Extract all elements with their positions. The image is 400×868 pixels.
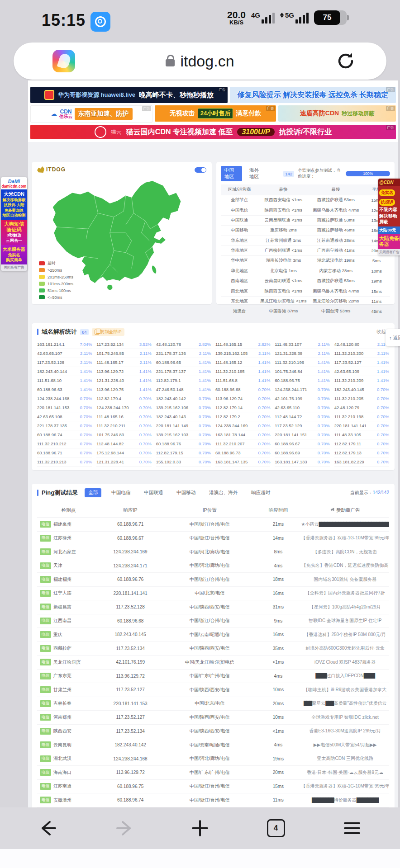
table-row: 电信河北石家庄124.238.244.169中国/河北/廊坊/电信8ms【多连云…	[37, 545, 389, 559]
dns-ip-cell: 42.48.120.802.11%	[334, 340, 389, 349]
dns-ip-cell: 112.82.179.150.70%	[156, 448, 211, 458]
sponsor-ad-link[interactable]: 【全科云】国内外云服务器批发同行7折	[301, 590, 389, 596]
display-count: 当前显示：142/142	[350, 490, 389, 496]
sponsor-ad-link[interactable]: 【咖啡主机】i9 R9游戏云美国香港加拿大	[301, 687, 389, 693]
legend-item: <=50ms	[39, 294, 73, 301]
dns-ip-cell: 112.82.179.20.70%	[215, 412, 270, 421]
ping-tab-0[interactable]: 全部	[85, 488, 101, 497]
ping-tab-1[interactable]: 中国电信	[108, 488, 134, 497]
tab-count-button[interactable]: 4	[267, 819, 285, 837]
sponsor-ad-link[interactable]: ████过白接入DEPCDN████	[301, 673, 389, 679]
sponsor-ad-link[interactable]: iOVZ Cloud 双ISP 4837服务器	[301, 659, 389, 665]
sponsor-ad-link[interactable]: 【香港云服务器】双核-1G-10M带宽 99元/年	[301, 535, 389, 541]
sponsor-ad-link[interactable]: 香港-日本-韩国-美国-☁云服务器9元☁	[301, 769, 389, 776]
isp-badge: 电信	[40, 797, 51, 803]
dns-ip-cell: 182.243.40.1441.41%	[37, 367, 92, 376]
sponsor-ad-link[interactable]: ███聚星云███高质量"高性价比"优质信云	[301, 700, 389, 707]
dns-ip-cell: 124.238.244.1690.70%	[215, 421, 270, 430]
dns-ip-cell: 139.215.162.1052.11%	[215, 349, 270, 358]
dns-ip-cell: 121.31.228.401.41%	[96, 376, 151, 385]
copy-all-ip-button[interactable]: 复制全部IP	[92, 328, 124, 336]
dns-ip-cell: 112.48.144.820.70%	[96, 439, 151, 448]
ad-banner-maoyun[interactable]: 猫云 猫云国内CDN 专注视频加速 低至 3100U/P 抗投诉/不限行业 广告	[30, 125, 396, 139]
legend-swatch	[39, 295, 45, 299]
sponsor-ad-link[interactable]: 亚太高防CDN 三网优化线路	[301, 755, 389, 762]
ping-tab-3[interactable]: 中国移动	[173, 488, 199, 497]
isp-badge: 电信	[40, 548, 51, 555]
isp-badge: 电信	[40, 783, 51, 790]
isp-badge: 电信	[40, 686, 51, 693]
table-row: 电信海南海口113.96.129.72中国/广东/广州/电信20ms香港-日本-…	[37, 765, 389, 779]
floating-ad-left[interactable]: DaMidamicdn.com 大米CDN解决移动屏蔽抗投诉 大陆免备案加速地区…	[1, 177, 27, 271]
table-row: 港澳台中国香港 37ms中国台湾 53ms45ms	[221, 307, 390, 316]
ad-logo-icon	[44, 90, 54, 100]
new-tab-button[interactable]	[191, 820, 209, 837]
menu-button[interactable]	[343, 821, 361, 835]
dns-ip-cell: 60.188.96.631.41%	[37, 385, 92, 394]
table-row: 电信天津124.238.244.171中国/河北/廊坊/电信4ms【免实名】香港…	[37, 559, 389, 573]
close-all-ads-link[interactable]: 关闭所有广告	[1, 264, 27, 271]
dns-ip-cell: 111.32.210.2120.70%	[37, 439, 92, 448]
ad-banner-sudun[interactable]: 速盾高防CDN 秒过移动屏蔽 广告	[278, 105, 396, 122]
isp-badge: 电信	[40, 521, 51, 528]
ad-banner-attack[interactable]: 无视攻击 24小时售后 满意付款 广告	[155, 105, 276, 122]
back-button[interactable]	[39, 820, 57, 836]
sponsor-ad-link[interactable]: 香港E3-16G-30M送高防IP 299元/月	[301, 728, 389, 734]
dns-ip-cell: 117.23.52.1290.70%	[275, 421, 329, 430]
dns-ip-cell: 42.63.65.1080.70%	[37, 412, 92, 421]
sponsor-ad-link[interactable]: ████████特价服务器████████	[301, 797, 389, 803]
table-row: 华中地区湖南长沙电信 3ms湖北武汉电信 19ms5ms	[221, 256, 390, 266]
dns-ip-cell: 124.238.244.1700.70%	[96, 403, 151, 412]
ping-tab-5[interactable]: 响应超时	[248, 488, 274, 497]
dns-ip-cell: 111.32.210.1961.41%	[275, 358, 329, 367]
megaphone-icon	[330, 508, 335, 512]
sponsor-ad-link[interactable]: 【香港云服务器】双核-1G-10M带宽 99元/年	[301, 783, 389, 789]
sponsor-ad-link[interactable]: 【多连云】高防CDN，无视攻击	[301, 549, 389, 555]
isp-badge: 电信	[40, 590, 51, 597]
url-text[interactable]: itdog.cn	[180, 52, 234, 70]
sponsor-ad-link[interactable]: ▶▶电信500M大带宽54/月起▶▶	[301, 742, 389, 748]
sponsor-ad-link[interactable]: 封境外高防600G300元起先用后付·云盒	[301, 645, 389, 651]
dns-ip-cell: 111.32.210.1951.41%	[215, 367, 270, 376]
forward-button[interactable]	[115, 820, 133, 836]
reload-button[interactable]	[335, 50, 357, 72]
sponsor-ad-link[interactable]: 国内域名301跳转 免备案服务器	[301, 576, 389, 583]
sponsor-ad-link[interactable]: ★小药云██████████████████████████	[301, 521, 389, 528]
dns-ip-cell: 220.181.141.1490.70%	[156, 421, 211, 430]
table-row: 电信云南昆明182.243.40.142中国/云南/昭通/电信4ms▶▶电信50…	[37, 738, 389, 752]
sponsor-ad-link[interactable]: 【香港达科】250个独价IP 50M 800元/月	[301, 632, 389, 638]
dns-ip-cell: 111.32.210.2130.70%	[37, 458, 92, 467]
sponsor-ad-link[interactable]: 【星河云】100g高防4h4g20m/29月	[301, 604, 389, 610]
ad-banner-boleyun[interactable]: ☁ CDN伯乐云 东南亚加速、防护 广告	[30, 105, 152, 123]
sponsor-ad-link[interactable]: 全球游戏专用IP 智联IDC zlick.net	[301, 714, 389, 721]
table-row: 电信安徽滁州60.188.96.74中国/浙江/台州/电信11ms███████…	[37, 793, 389, 807]
ping-tab-4[interactable]: 港澳台、海外	[205, 488, 241, 497]
lock-icon	[166, 59, 175, 66]
dns-ip-cell: 60.188.96.751.41%	[275, 376, 329, 385]
sponsor-ad-link[interactable]: 【免实名】香港CDN，延迟低速度快防御高	[301, 562, 389, 569]
ping-section-title: Ping测试结果	[42, 489, 78, 497]
table-row: 电信黑龙江哈尔滨42.101.76.199中国/黑龙江/哈尔滨/电信<1msiO…	[37, 655, 389, 669]
ping-tab-2[interactable]: 中国联通	[140, 488, 167, 497]
sponsor-ad-link[interactable]: 智联IDC 全球海量各国原生IP 住宅IP	[301, 618, 389, 624]
isp-badge: 电信	[40, 659, 51, 665]
back-to-top-button[interactable]: ↑ 返回顶部	[386, 329, 400, 346]
floating-ad-right[interactable]: @CDN 免实名 抗投诉 不限内容解决移动屏蔽 大陆30元 大陆免备服务器 关闭…	[378, 179, 400, 255]
tab-overseas-region[interactable]: 海外地区	[246, 166, 267, 181]
tab-china-region[interactable]: 中国地区	[221, 166, 242, 181]
address-bar[interactable]: itdog.cn	[14, 42, 386, 80]
ad-banner-huawei[interactable]: 华为哥影视资源 huawei8.live 晚高峰不卡、秒拖秒播放 广告	[30, 87, 228, 103]
isp-badge: 电信	[40, 535, 51, 542]
dns-ip-cell: 111.32.210.2110.70%	[96, 421, 151, 430]
dns-ip-cell: 163.181.78.1440.70%	[215, 430, 270, 439]
table-row: 西北地区陕西西安电信 <1ms新疆乌鲁木齐电信 47ms15ms	[221, 286, 390, 296]
isp-badge: 电信	[40, 631, 51, 638]
dns-ip-cell: 60.188.96.670.70%	[275, 439, 329, 448]
dns-ip-cell: 60.188.96.680.70%	[215, 385, 270, 394]
table-row: 中国移动重庆移动 2ms西藏拉萨移动 46ms18ms	[221, 226, 390, 236]
signal-bars-icon	[262, 12, 275, 24]
progress-label: 个监测点参与测试，当前进度：	[298, 168, 342, 179]
map-toggle[interactable]	[195, 167, 206, 173]
ad-banner-repair[interactable]: 修复风险提示 解决安装报毒 远控免杀 长期稳定 广告	[230, 87, 396, 103]
close-all-ads-link[interactable]: 关闭所有广告	[378, 249, 400, 255]
